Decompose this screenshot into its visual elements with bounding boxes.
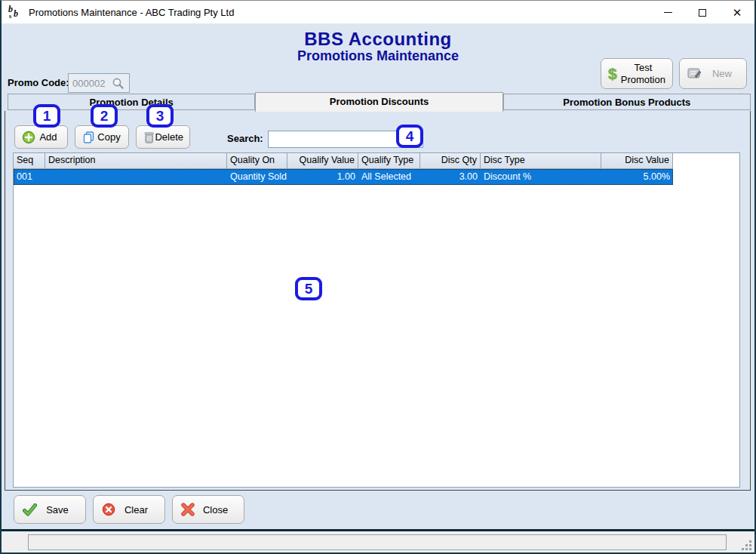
new-button[interactable]: New: [679, 58, 747, 89]
minimize-button[interactable]: [650, 1, 685, 24]
magnifier-icon[interactable]: [112, 77, 124, 90]
header-cell-seq[interactable]: Seq: [14, 153, 45, 169]
checkmark-icon: [23, 503, 37, 516]
header-cell-description[interactable]: Description: [45, 153, 227, 169]
table-row-selected[interactable]: 001 Quantity Sold 1.00 All Selected 3.00…: [14, 169, 673, 185]
clear-label: Clear: [115, 504, 164, 516]
add-icon: [22, 131, 35, 144]
copy-button[interactable]: Copy: [75, 125, 129, 149]
annotation-badge-5: 5: [295, 277, 322, 300]
tab-promotion-discounts[interactable]: Promotion Discounts: [255, 92, 502, 112]
promotion-discounts-panel: Add Copy Delete Search: Seq: [5, 111, 751, 491]
svg-text:b: b: [14, 8, 18, 19]
tab-bar: Promotion Details Promotion Discounts Pr…: [8, 92, 751, 112]
cell-quality-on[interactable]: Quantity Sold: [227, 169, 287, 185]
header-cell-disc-type[interactable]: Disc Type: [481, 153, 601, 169]
header-cell-quality-on[interactable]: Quality On: [227, 153, 287, 169]
status-bar: [2, 529, 754, 552]
discounts-table: Seq Description Quality On Qualify Value…: [13, 152, 740, 488]
status-message-field: [28, 534, 727, 550]
annotation-badge-1: 1: [33, 104, 60, 128]
titlebar[interactable]: b b s Promotions Maintenance - ABC Tradi…: [2, 1, 754, 24]
annotation-badge-4: 4: [396, 125, 423, 148]
delete-button[interactable]: Delete: [136, 125, 190, 149]
app-title: BBS Accounting: [2, 29, 754, 50]
table-header-row: Seq Description Quality On Qualify Value…: [14, 153, 739, 169]
annotation-badge-2: 2: [91, 104, 118, 128]
maximize-icon: [699, 9, 706, 17]
header-cell-disc-qty[interactable]: Disc Qty: [420, 153, 481, 169]
promo-code-field[interactable]: [68, 73, 130, 93]
svg-text:s: s: [9, 13, 11, 20]
cell-qualify-type[interactable]: All Selected: [358, 169, 420, 185]
maximize-button[interactable]: [685, 1, 720, 24]
cell-qualify-value[interactable]: 1.00: [287, 169, 358, 185]
close-icon: ✕: [733, 7, 742, 18]
cell-seq[interactable]: 001: [14, 169, 45, 185]
header-cell-disc-value[interactable]: Disc Value: [601, 153, 673, 169]
add-button[interactable]: Add: [14, 125, 68, 149]
copy-icon: [82, 131, 96, 144]
clear-button[interactable]: Clear: [93, 495, 165, 524]
dollar-icon: $: [608, 65, 617, 83]
tab-promotion-bonus-products[interactable]: Promotion Bonus Products: [503, 94, 751, 110]
save-label: Save: [37, 504, 85, 516]
copy-label: Copy: [96, 131, 128, 143]
app-logo-icon: b b s: [8, 4, 23, 20]
clear-icon: [102, 503, 115, 516]
annotation-badge-3: 3: [146, 104, 174, 128]
cell-disc-qty[interactable]: 3.00: [420, 169, 481, 185]
cell-description[interactable]: [45, 169, 227, 185]
test-promotion-label: Test Promotion: [617, 62, 672, 85]
header-cell-qualify-type[interactable]: Qualify Type: [358, 153, 420, 169]
app-window: b b s Promotions Maintenance - ABC Tradi…: [0, 0, 756, 554]
table-empty-area: [14, 185, 739, 487]
cell-disc-type[interactable]: Discount %: [481, 169, 601, 185]
promo-code-label: Promo Code:: [8, 77, 69, 88]
new-label: New: [702, 68, 746, 79]
header-cell-qualify-value[interactable]: Qualify Value: [287, 153, 358, 169]
window-close-button[interactable]: ✕: [720, 1, 754, 24]
save-button[interactable]: Save: [14, 495, 86, 524]
resize-grip-icon[interactable]: [741, 540, 751, 550]
delete-label: Delete: [155, 131, 189, 143]
delete-icon: [143, 131, 155, 144]
window-title: Promotions Maintenance - ABC Trading Pty…: [29, 7, 234, 18]
close-label: Close: [195, 504, 244, 516]
search-label: Search:: [227, 133, 263, 144]
cell-disc-value[interactable]: 5.00%: [601, 169, 673, 185]
test-promotion-button[interactable]: $ Test Promotion: [601, 58, 673, 89]
promo-code-input[interactable]: [72, 78, 112, 89]
new-form-icon: [687, 67, 702, 80]
minimize-icon: [664, 12, 672, 13]
add-label: Add: [35, 131, 67, 143]
close-button[interactable]: Close: [172, 495, 244, 524]
red-x-icon: [181, 503, 195, 516]
